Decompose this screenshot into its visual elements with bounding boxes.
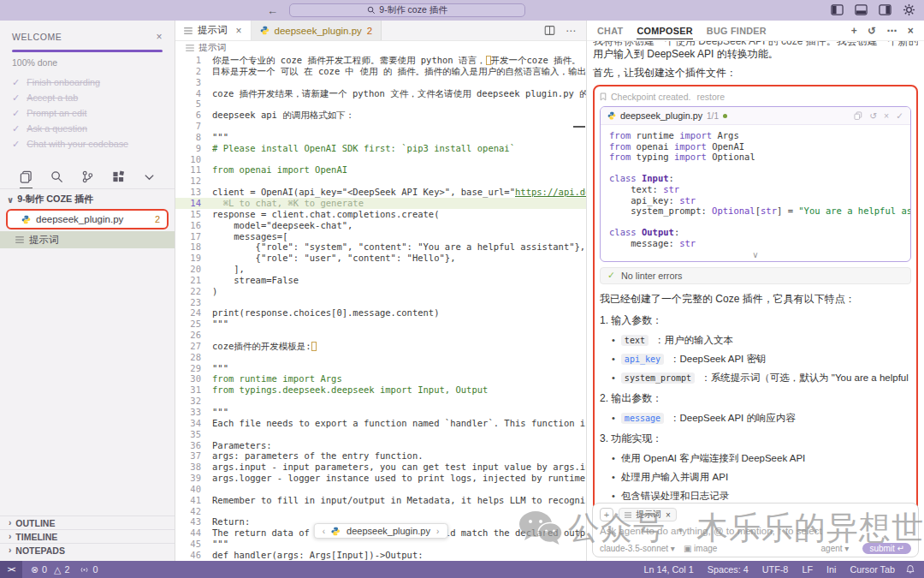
code-line[interactable]: 19 {"role": "user", "content": "Hello"}, [175, 253, 586, 264]
nav-back-icon[interactable]: ← [267, 4, 278, 17]
code-line[interactable]: 34Each file needs to export a function n… [175, 418, 586, 429]
status-item[interactable]: UTF-8 [762, 564, 789, 575]
source-control-icon[interactable] [81, 170, 94, 183]
more-actions-icon[interactable]: ⋯ [566, 25, 576, 37]
code-chip[interactable]: text [621, 335, 649, 346]
tab-deepseek-plugin[interactable]: deepseek_plugin.py 2 [252, 21, 382, 40]
tab-prompt[interactable]: 提示词 × [175, 21, 252, 40]
code-line[interactable]: 10 [175, 154, 586, 165]
code-line[interactable]: 29""" [175, 363, 586, 374]
code-line[interactable]: 33""" [175, 407, 586, 418]
explorer-folder-row[interactable]: ∨ 9-制作 COZE 插件 [0, 189, 175, 208]
code-line[interactable]: 40 [175, 484, 586, 495]
code-line[interactable]: 9# Please install OpenAI SDK first: `pip… [175, 143, 586, 154]
code-line[interactable]: 11from openai import OpenAI [175, 164, 586, 176]
code-line[interactable]: 16 model="deepseek-chat", [175, 220, 586, 231]
tab-bug-finder[interactable]: BUG FINDER [707, 26, 767, 36]
add-context-button[interactable]: + [600, 508, 613, 521]
panel-scroll-area[interactable]: 我将帮你创建一个使用 DeepSeek API 的 coze 插件。我会创建一个… [587, 41, 924, 561]
accept-block-icon[interactable]: ✓ [896, 110, 903, 121]
code-line[interactable]: 27coze插件的开发模板是: [175, 341, 586, 352]
code-line[interactable]: 17 messages=[ [175, 231, 586, 242]
code-line[interactable]: 14 ⌘L to chat, ⌘K to generate [175, 198, 586, 209]
feed-indicator[interactable]: 0 [80, 564, 98, 575]
code-line[interactable]: 13client = OpenAI(api_key="<DeepSeek API… [175, 187, 586, 198]
code-line[interactable]: 18 {"role": "system", "content": "You ar… [175, 241, 586, 253]
sash-handle[interactable] [573, 126, 585, 128]
tab-close-icon[interactable]: × [236, 25, 242, 37]
composer-input-box[interactable]: + 提示词 × Ask agent to do anything, @ to m… [592, 503, 919, 557]
status-item[interactable]: Ini [826, 564, 836, 575]
split-editor-icon[interactable] [544, 25, 555, 36]
remote-indicator[interactable]: >< [0, 561, 22, 578]
code-card-header[interactable]: deepseek_plugin.py 1/1 ↺ × ✓ [601, 107, 910, 125]
chip-close-icon[interactable]: × [666, 510, 671, 520]
code-line[interactable]: 6deepseek api 的调用格式如下： [175, 110, 586, 121]
breadcrumb[interactable]: 提示词 [175, 41, 586, 55]
code-line[interactable]: 37args: parameters of the entry function… [175, 450, 586, 462]
composer-placeholder[interactable]: Ask agent to do anything, @ to mention, … [600, 526, 911, 536]
agent-toggle[interactable]: agent ▾ [821, 544, 850, 553]
code-line[interactable]: 39args.logger - logger instance used to … [175, 473, 586, 484]
more-icon[interactable]: ⋯ [886, 25, 897, 37]
code-line[interactable]: 21 stream=False [175, 275, 586, 286]
code-line[interactable]: 7 [175, 121, 586, 132]
toggle-sidebar-icon[interactable] [831, 3, 844, 16]
restore-link[interactable]: restore [696, 92, 725, 102]
code-line[interactable]: 35 [175, 429, 586, 440]
code-line[interactable]: 46def handler(args: Args[Input])->Output… [175, 550, 586, 561]
code-line[interactable]: 26 [175, 330, 586, 341]
new-chat-icon[interactable]: + [851, 25, 857, 37]
tab-composer[interactable]: COMPOSER [637, 26, 692, 39]
code-line[interactable]: 12 [175, 176, 586, 187]
code-editor[interactable]: 1你是一个专业的 coze 插件开发工程师。需要使用 python 语言，开发一… [175, 55, 586, 561]
file-item-deepseek-plugin[interactable]: deepseek_plugin.py 2 [8, 211, 167, 228]
history-icon[interactable]: ↺ [868, 25, 876, 37]
code-line[interactable]: 15response = client.chat.completions.cre… [175, 209, 586, 220]
copy-icon[interactable] [854, 111, 862, 120]
code-line[interactable]: 31from typings.deepseek.deepseek import … [175, 384, 586, 396]
code-line[interactable]: 45""" [175, 539, 586, 550]
switch-prev-icon[interactable]: ‹ [323, 527, 325, 536]
code-line[interactable]: 2目标是开发一个 可以 在 coze 中 使用 的 插件。插件的输入是用户的自然… [175, 66, 586, 77]
code-line[interactable]: 30from runtime import Args [175, 373, 586, 384]
status-item[interactable]: Spaces: 4 [708, 564, 749, 575]
context-chip[interactable]: 提示词 × [619, 508, 677, 521]
code-chip[interactable]: message [621, 413, 664, 424]
code-line[interactable]: 3 [175, 77, 586, 88]
status-item[interactable]: Ln 14, Col 1 [644, 564, 694, 575]
toggle-panel-icon[interactable] [855, 3, 868, 16]
code-line[interactable]: 36Parameters: [175, 440, 586, 451]
reject-block-icon[interactable]: × [884, 110, 889, 121]
submit-button[interactable]: submit ↵ [862, 543, 911, 554]
breadcrumb-item[interactable]: 提示词 [198, 42, 226, 54]
switch-next-icon[interactable]: › [436, 527, 439, 536]
extensions-icon[interactable] [112, 170, 125, 183]
code-line[interactable]: 28 [175, 352, 586, 363]
gear-icon[interactable] [903, 3, 915, 16]
code-chip[interactable]: api_key [621, 354, 664, 365]
code-line[interactable]: 32 [175, 396, 586, 407]
editor-file-switcher[interactable]: ‹ deepseek_plugin.py › [314, 523, 448, 539]
status-item[interactable]: Cursor Tab [850, 564, 895, 575]
section-header-timeline[interactable]: ›TIMELINE [0, 529, 175, 543]
code-line[interactable]: 22) [175, 286, 586, 297]
rerun-icon[interactable]: ↺ [869, 110, 877, 121]
code-line[interactable]: 38args.input - input parameters, you can… [175, 462, 586, 473]
code-line[interactable]: 20 ], [175, 264, 586, 275]
model-selector[interactable]: claude-3.5-sonnet ▾ [600, 544, 675, 553]
code-line[interactable]: 24print(response.choices[0].message.cont… [175, 307, 586, 319]
explorer-icon[interactable] [20, 170, 33, 188]
section-header-notepads[interactable]: ›NOTEPADS [0, 543, 175, 557]
code-line[interactable]: 41Remember to fill in input/output in Me… [175, 495, 586, 506]
problems-indicator[interactable]: ⊗0 △2 [31, 564, 69, 575]
code-line[interactable]: 25""" [175, 319, 586, 330]
tab-chat[interactable]: CHAT [597, 26, 623, 36]
code-chip[interactable]: system_prompt [621, 372, 695, 384]
command-center-search[interactable]: 9-制作 coze 插件 [289, 3, 525, 17]
close-panel-icon[interactable]: × [908, 25, 914, 37]
section-header-outline[interactable]: ›OUTLINE [0, 515, 175, 529]
code-card-body[interactable]: from runtime import Argsfrom openai impo… [601, 125, 910, 251]
code-line[interactable]: 8""" [175, 132, 586, 143]
attach-image-button[interactable]: ▣ image [684, 544, 717, 553]
